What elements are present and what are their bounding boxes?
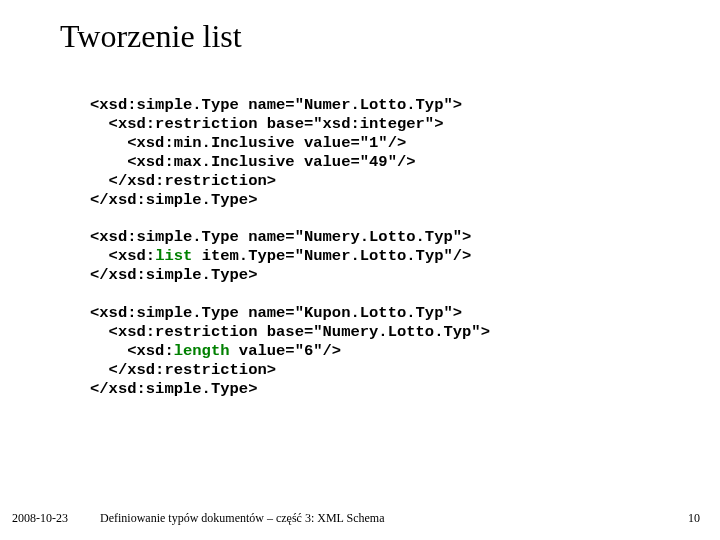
footer-date: 2008-10-23: [12, 511, 68, 526]
code-line: <xsd:max.Inclusive value="49"/>: [90, 153, 416, 171]
page-title: Tworzenie list: [60, 18, 242, 55]
code-line: <xsd:list item.Type="Numer.Lotto.Typ"/>: [90, 247, 471, 265]
slide: Tworzenie list <xsd:simple.Type name="Nu…: [0, 0, 720, 540]
code-line: <xsd:simple.Type name="Kupon.Lotto.Typ">: [90, 304, 462, 322]
code-line: <xsd:min.Inclusive value="1"/>: [90, 134, 406, 152]
code-line: <xsd:simple.Type name="Numery.Lotto.Typ"…: [90, 228, 471, 246]
code-line: </xsd:restriction>: [90, 172, 276, 190]
footer-page-number: 10: [688, 511, 700, 526]
code-keyword: length: [174, 342, 230, 360]
code-frag: <xsd:: [90, 247, 155, 265]
code-line: <xsd:length value="6"/>: [90, 342, 341, 360]
code-line: <xsd:restriction base="Numery.Lotto.Typ"…: [90, 323, 490, 341]
code-frag: <xsd:: [90, 342, 174, 360]
code-line: </xsd:simple.Type>: [90, 191, 257, 209]
code-line: <xsd:simple.Type name="Numer.Lotto.Typ">: [90, 96, 462, 114]
code-block: <xsd:simple.Type name="Numer.Lotto.Typ">…: [90, 96, 490, 399]
code-line: </xsd:simple.Type>: [90, 266, 257, 284]
code-frag: value="6"/>: [230, 342, 342, 360]
code-line: </xsd:restriction>: [90, 361, 276, 379]
code-line: </xsd:simple.Type>: [90, 380, 257, 398]
code-line: <xsd:restriction base="xsd:integer">: [90, 115, 443, 133]
footer-title: Definiowanie typów dokumentów – część 3:…: [100, 511, 384, 526]
code-frag: item.Type="Numer.Lotto.Typ"/>: [192, 247, 471, 265]
code-keyword: list: [155, 247, 192, 265]
